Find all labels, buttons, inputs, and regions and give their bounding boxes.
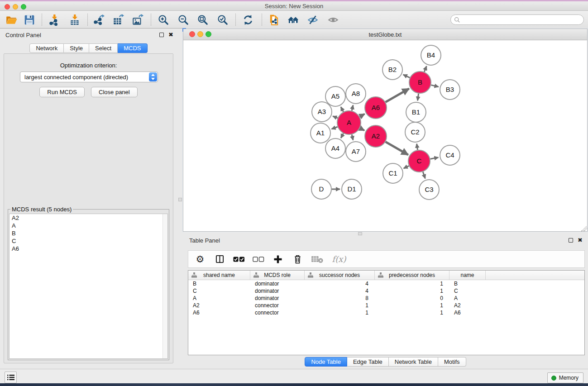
graph-node-C4[interactable]: C4 <box>440 145 460 165</box>
graph-edge-C-C2[interactable] <box>417 144 418 150</box>
tab-network[interactable]: Network <box>29 43 64 53</box>
tab-network-table[interactable]: Network Table <box>389 357 438 367</box>
tab-select[interactable]: Select <box>89 43 118 53</box>
graph-edge-A-A3[interactable] <box>333 116 338 118</box>
graph-node-B3[interactable]: B3 <box>440 80 460 100</box>
save-session-button[interactable] <box>21 12 38 28</box>
column-header-successor-nodes[interactable]: successor nodes <box>305 271 375 280</box>
network-frame-titlebar[interactable]: testGlobe.txt <box>183 29 587 40</box>
table-row[interactable]: Cdominator41C <box>188 287 584 295</box>
float-panel-icon[interactable] <box>159 33 164 37</box>
graph-node-A2[interactable]: A2 <box>365 125 387 147</box>
graph-node-C3[interactable]: C3 <box>419 180 439 200</box>
tab-motifs[interactable]: Motifs <box>438 357 466 367</box>
column-header-MCDS-role[interactable]: MCDS role <box>250 271 305 280</box>
graph-node-C[interactable]: C <box>408 150 430 172</box>
graph-edge-C-C3[interactable] <box>423 172 425 179</box>
graph-edge-A-A8[interactable] <box>352 105 353 110</box>
delete-column-button[interactable] <box>291 253 304 266</box>
graph-node-D[interactable]: D <box>311 179 331 199</box>
graph-edge-B-B3[interactable] <box>431 85 438 87</box>
vertical-splitter-handle[interactable] <box>178 198 182 201</box>
graph-node-A4[interactable]: A4 <box>325 138 345 158</box>
graph-edge-A-A2[interactable] <box>360 128 364 130</box>
network-canvas[interactable]: B4B2BB3A5A8A6A3B1AA1C2A2A4A7C4CC1C3DD1 <box>184 40 587 231</box>
close-table-panel-icon[interactable]: ✖ <box>578 238 583 243</box>
import-network-button[interactable] <box>46 12 62 28</box>
zoom-fit-button[interactable] <box>195 12 211 28</box>
table-row[interactable]: A2connector11A2 <box>188 302 584 309</box>
graph-node-A5[interactable]: A5 <box>325 86 345 106</box>
tab-mcds[interactable]: MCDS <box>118 43 147 53</box>
home-button[interactable] <box>285 12 301 28</box>
zoom-in-button[interactable] <box>155 12 172 28</box>
mcds-result-item[interactable]: A <box>10 222 167 229</box>
graph-node-A[interactable]: A <box>337 111 361 134</box>
graph-node-A3[interactable]: A3 <box>312 102 332 122</box>
table-row[interactable]: A6connector11A6 <box>188 309 584 316</box>
graph-node-A8[interactable]: A8 <box>346 84 366 104</box>
table-row[interactable]: Bdominator41B <box>188 280 584 287</box>
table-row[interactable]: Adominator80A <box>188 295 584 302</box>
graph-edge-C-C4[interactable] <box>430 157 439 159</box>
float-table-panel-icon[interactable] <box>569 238 573 243</box>
tab-edge-table[interactable]: Edge Table <box>347 357 389 367</box>
graph-edge-B-B1[interactable] <box>418 94 419 100</box>
export-network-button[interactable] <box>91 12 107 28</box>
close-panel-icon[interactable]: ✖ <box>168 33 173 37</box>
column-header-shared-name[interactable]: shared name <box>188 271 250 280</box>
graph-edge-A-A6[interactable] <box>360 114 365 117</box>
mcds-result-item[interactable]: C <box>10 237 167 245</box>
run-mcds-button[interactable]: Run MCDS <box>39 87 85 97</box>
graph-edge-A-A1[interactable] <box>331 127 337 129</box>
graph-edge-C-C1[interactable] <box>404 166 409 168</box>
graph-edge-B-B4[interactable] <box>424 66 426 72</box>
column-header-name[interactable]: name <box>449 271 486 280</box>
table-settings-button[interactable]: ⚙ <box>194 253 206 266</box>
network-from-selection-button[interactable] <box>266 12 282 28</box>
graph-node-B[interactable]: B <box>409 71 431 93</box>
graph-node-C1[interactable]: C1 <box>383 163 403 183</box>
column-panel-button[interactable] <box>213 253 226 266</box>
export-table-button[interactable] <box>110 12 126 28</box>
zoom-out-button[interactable] <box>175 12 191 28</box>
tab-style[interactable]: Style <box>64 43 89 53</box>
refresh-view-button[interactable] <box>240 12 256 28</box>
select-all-columns-button[interactable] <box>233 253 245 266</box>
function-builder-button[interactable]: f(x) <box>330 253 348 266</box>
task-history-button[interactable] <box>5 372 17 383</box>
graph-node-A1[interactable]: A1 <box>311 123 330 143</box>
criterion-select[interactable]: largest connected component (directed) <box>20 71 158 82</box>
graph-edge-A6-B[interactable] <box>386 89 409 102</box>
graph-node-D1[interactable]: D1 <box>342 179 362 199</box>
graph-edge-A-A4[interactable] <box>341 133 343 138</box>
graph-node-B1[interactable]: B1 <box>406 102 426 122</box>
open-file-button[interactable] <box>3 12 19 28</box>
deselect-all-columns-button[interactable] <box>252 253 265 266</box>
graph-node-C2[interactable]: C2 <box>405 122 425 142</box>
delete-table-button[interactable] <box>311 253 323 266</box>
column-header-predecessor-nodes[interactable]: predecessor nodes <box>375 271 449 280</box>
graph-node-A7[interactable]: A7 <box>346 142 366 162</box>
frame-resize-grip[interactable] <box>580 224 586 230</box>
search-input[interactable] <box>460 15 583 24</box>
export-image-button[interactable] <box>129 12 146 28</box>
mcds-result-item[interactable]: B <box>10 229 167 237</box>
graph-node-B2[interactable]: B2 <box>382 60 402 80</box>
add-column-button[interactable] <box>272 253 284 266</box>
graph-edge-A-A7[interactable] <box>352 134 353 140</box>
graph-edge-A2-C[interactable] <box>386 142 408 155</box>
graph-node-A6[interactable]: A6 <box>365 97 387 119</box>
import-table-button[interactable] <box>67 12 83 28</box>
show-all-button[interactable] <box>325 12 341 28</box>
tab-node-table[interactable]: Node Table <box>305 357 347 367</box>
mcds-result-item[interactable]: A2 <box>10 214 167 222</box>
graph-edge-B-B2[interactable] <box>403 75 410 78</box>
hide-selected-button[interactable] <box>305 12 321 28</box>
graph-node-B4[interactable]: B4 <box>421 45 441 65</box>
mcds-result-item[interactable]: A6 <box>10 245 167 253</box>
graph-edge-A-A5[interactable] <box>341 107 344 112</box>
memory-button[interactable]: Memory <box>547 372 583 383</box>
horizontal-splitter-handle[interactable] <box>358 232 362 235</box>
close-panel-button[interactable]: Close panel <box>91 87 138 97</box>
